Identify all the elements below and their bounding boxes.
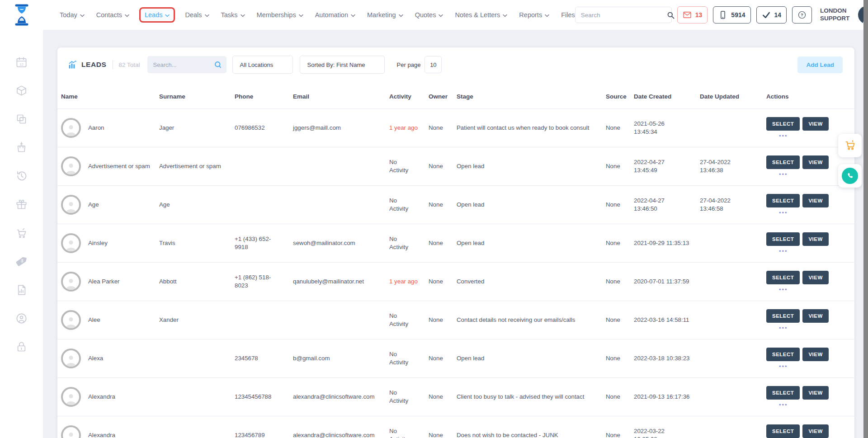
view-button[interactable]: VIEW (802, 309, 828, 323)
nav-marketing[interactable]: Marketing (367, 11, 403, 19)
app-logo[interactable] (11, 4, 33, 26)
select-button[interactable]: SELECT (766, 424, 800, 438)
col-phone[interactable]: Phone (235, 93, 293, 101)
leads-search-icon[interactable] (209, 61, 226, 69)
select-button[interactable]: SELECT (766, 117, 800, 131)
lead-name: Alexandra (88, 393, 115, 401)
view-button[interactable]: VIEW (802, 271, 828, 284)
col-source[interactable]: Source (606, 93, 634, 101)
sidebar-copy-icon[interactable] (15, 113, 28, 125)
nav-reports[interactable]: Reports (519, 11, 549, 19)
select-button[interactable]: SELECT (766, 309, 800, 323)
left-sidebar: 12$ (0, 30, 43, 438)
row-more-button[interactable]: ••• (766, 210, 788, 216)
view-button[interactable]: VIEW (802, 232, 828, 246)
sidebar-report-icon[interactable] (15, 284, 28, 296)
global-search-input[interactable] (576, 12, 666, 19)
lead-avatar (61, 387, 81, 407)
view-button[interactable]: VIEW (802, 117, 828, 131)
lead-row[interactable]: AgeAgeNo ActivityNoneOpen leadNone2022-0… (57, 186, 854, 224)
lead-owner: None (429, 278, 457, 286)
sort-dropdown[interactable]: Sorted By: First Name (300, 56, 385, 74)
sidebar-cart-icon[interactable] (15, 227, 28, 239)
lead-row[interactable]: Advertisement or spamAdvertisement or sp… (57, 147, 854, 186)
search-icon[interactable] (666, 11, 675, 19)
col-date-created[interactable]: Date Created (634, 93, 700, 101)
view-button[interactable]: VIEW (802, 348, 828, 361)
select-button[interactable]: SELECT (766, 232, 800, 246)
lead-row[interactable]: Alea ParkerAbbott+1 (862) 518- 8023qanul… (57, 263, 854, 301)
tasks-badge[interactable]: 14 (756, 6, 787, 24)
lead-source: None (606, 162, 634, 170)
view-button[interactable]: VIEW (802, 386, 828, 400)
col-surname[interactable]: Surname (159, 93, 235, 101)
select-button[interactable]: SELECT (766, 386, 800, 400)
select-button[interactable]: SELECT (766, 155, 800, 169)
row-more-button[interactable]: ••• (766, 402, 788, 408)
lead-stage: Client too busy to talk - advised they w… (457, 393, 606, 401)
lead-avatar (61, 156, 81, 176)
page-scrollbar[interactable] (863, 0, 868, 438)
nav-automation[interactable]: Automation (315, 11, 355, 19)
col-email[interactable]: Email (293, 93, 389, 101)
lead-row[interactable]: AleeXanderNo ActivityNoneContact details… (57, 301, 854, 339)
lead-row[interactable]: AinsleyTravis+1 (433) 652- 9918sewoh@mai… (57, 224, 854, 263)
row-more-button[interactable]: ••• (766, 287, 788, 292)
sidebar-bag-icon[interactable] (15, 141, 28, 154)
sidebar-price-tag-icon[interactable]: $ (15, 255, 28, 268)
select-button[interactable]: SELECT (766, 194, 800, 207)
lead-stage: Open lead (457, 354, 606, 363)
col-stage[interactable]: Stage (457, 93, 606, 101)
row-more-button[interactable]: ••• (766, 325, 788, 331)
nav-notes-letters[interactable]: Notes & Letters (455, 11, 507, 19)
col-actions[interactable]: Actions (766, 93, 845, 101)
nav-tasks[interactable]: Tasks (221, 11, 245, 19)
nav-contacts[interactable]: Contacts (96, 11, 129, 19)
nav-label: Files (561, 11, 575, 19)
row-more-button[interactable]: ••• (766, 248, 788, 254)
help-badge[interactable]: ? (792, 6, 812, 24)
view-button[interactable]: VIEW (802, 155, 828, 169)
lead-actions: SELECTVIEW••• (766, 194, 845, 216)
nav-memberships[interactable]: Memberships (257, 11, 303, 19)
add-lead-button[interactable]: Add Lead (797, 57, 843, 73)
lead-owner: None (429, 393, 457, 401)
sidebar-calendar-icon[interactable]: 12 (15, 56, 28, 68)
messages-badge[interactable]: 13 (677, 6, 708, 24)
leads-search-input[interactable] (147, 61, 209, 68)
col-date-updated[interactable]: Date Updated (700, 93, 766, 101)
lead-row[interactable]: Alexa2345678b@gmail.comNo ActivityNoneOp… (57, 339, 854, 378)
nav-leads[interactable]: Leads (139, 7, 175, 23)
select-button[interactable]: SELECT (766, 271, 800, 284)
lead-row[interactable]: Alexandra123456789alexandra@clinicsoftwa… (57, 416, 854, 438)
select-button[interactable]: SELECT (766, 348, 800, 361)
col-activity[interactable]: Activity (389, 93, 429, 101)
per-page-input[interactable] (425, 56, 442, 73)
nav-today[interactable]: Today (60, 11, 85, 19)
user-menu[interactable]: LONDON SUPPORT (820, 6, 868, 24)
row-more-button[interactable]: ••• (766, 133, 788, 139)
sort-value: Sorted By: First Name (307, 61, 365, 68)
view-button[interactable]: VIEW (802, 194, 828, 207)
calls-badge[interactable]: 5914 (713, 6, 750, 24)
sidebar-lock-icon[interactable] (15, 341, 28, 353)
nav-quotes[interactable]: Quotes (415, 11, 443, 19)
sidebar-package-icon[interactable] (15, 85, 28, 97)
row-more-button[interactable]: ••• (766, 171, 788, 177)
floating-phone-button[interactable] (838, 164, 862, 188)
lead-name: Alee (88, 316, 100, 324)
col-owner[interactable]: Owner (429, 93, 457, 101)
view-button[interactable]: VIEW (802, 424, 828, 438)
sidebar-history-icon[interactable] (15, 170, 28, 182)
row-more-button[interactable]: ••• (766, 363, 788, 369)
sidebar-gift-icon[interactable] (15, 198, 28, 211)
col-name[interactable]: Name (57, 93, 159, 101)
nav-files[interactable]: Files (561, 11, 575, 19)
sidebar-account-icon[interactable] (15, 312, 28, 325)
lead-row[interactable]: Alexandra12345456788alexandra@clinicsoft… (57, 378, 854, 416)
lead-row[interactable]: AaronJager076986532jggers@maill.com1 yea… (57, 109, 854, 147)
lead-email: alexandra@clinicsoftware.com (293, 393, 389, 401)
floating-cart-button[interactable] (838, 134, 862, 157)
location-filter-dropdown[interactable]: All Locations (232, 56, 293, 74)
nav-deals[interactable]: Deals (185, 11, 209, 19)
